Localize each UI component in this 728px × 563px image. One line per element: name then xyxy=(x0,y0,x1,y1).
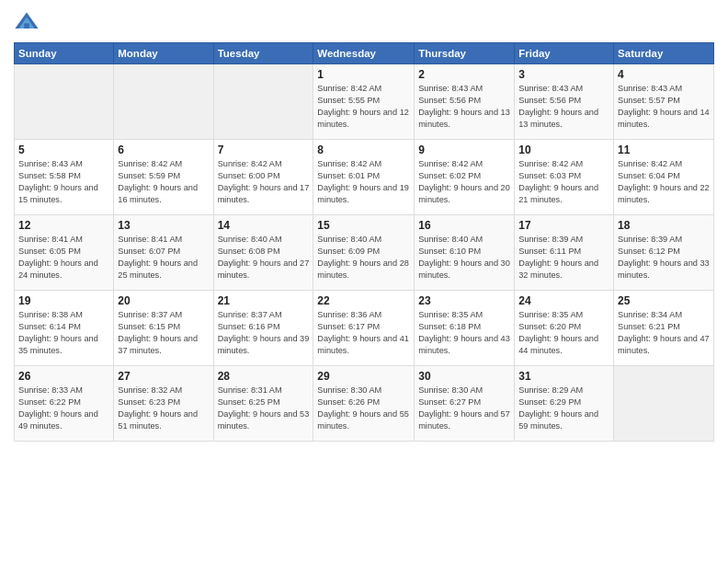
header xyxy=(14,9,714,35)
table-row: 7Sunrise: 8:42 AM Sunset: 6:00 PM Daylig… xyxy=(213,140,313,215)
day-number: 26 xyxy=(18,370,109,383)
calendar-week-row: 12Sunrise: 8:41 AM Sunset: 6:05 PM Dayli… xyxy=(15,215,714,291)
day-number: 5 xyxy=(18,144,109,156)
table-row: 28Sunrise: 8:31 AM Sunset: 6:25 PM Dayli… xyxy=(213,366,313,442)
table-row: 29Sunrise: 8:30 AM Sunset: 6:26 PM Dayli… xyxy=(313,366,415,442)
table-row xyxy=(614,366,714,442)
day-info: Sunrise: 8:43 AM Sunset: 5:58 PM Dayligh… xyxy=(18,158,109,206)
day-info: Sunrise: 8:35 AM Sunset: 6:18 PM Dayligh… xyxy=(418,309,510,357)
table-row: 18Sunrise: 8:39 AM Sunset: 6:12 PM Dayli… xyxy=(614,215,714,291)
table-row: 11Sunrise: 8:42 AM Sunset: 6:04 PM Dayli… xyxy=(614,140,714,215)
day-info: Sunrise: 8:33 AM Sunset: 6:22 PM Dayligh… xyxy=(18,385,109,432)
day-info: Sunrise: 8:29 AM Sunset: 6:29 PM Dayligh… xyxy=(518,385,609,432)
day-number: 24 xyxy=(518,294,609,307)
table-row: 22Sunrise: 8:36 AM Sunset: 6:17 PM Dayli… xyxy=(313,291,415,366)
calendar-header-row: Sunday Monday Tuesday Wednesday Thursday… xyxy=(15,43,714,64)
day-number: 6 xyxy=(118,144,209,156)
table-row: 2Sunrise: 8:43 AM Sunset: 5:56 PM Daylig… xyxy=(415,64,515,140)
day-info: Sunrise: 8:31 AM Sunset: 6:25 PM Dayligh… xyxy=(218,385,310,432)
day-number: 15 xyxy=(317,219,410,232)
table-row xyxy=(114,64,213,140)
table-row: 4Sunrise: 8:43 AM Sunset: 5:57 PM Daylig… xyxy=(614,64,714,140)
day-number: 4 xyxy=(618,68,710,81)
col-sunday: Sunday xyxy=(15,43,114,64)
calendar-week-row: 5Sunrise: 8:43 AM Sunset: 5:58 PM Daylig… xyxy=(15,140,714,215)
day-number: 23 xyxy=(418,294,510,307)
table-row xyxy=(15,64,114,140)
table-row: 14Sunrise: 8:40 AM Sunset: 6:08 PM Dayli… xyxy=(213,215,313,291)
day-info: Sunrise: 8:36 AM Sunset: 6:17 PM Dayligh… xyxy=(317,309,410,357)
day-number: 1 xyxy=(317,68,410,81)
day-number: 17 xyxy=(518,219,609,232)
table-row: 3Sunrise: 8:43 AM Sunset: 5:56 PM Daylig… xyxy=(515,64,614,140)
day-number: 16 xyxy=(418,219,510,232)
day-number: 30 xyxy=(418,370,510,383)
table-row: 9Sunrise: 8:42 AM Sunset: 6:02 PM Daylig… xyxy=(415,140,515,215)
svg-rect-2 xyxy=(24,23,29,29)
col-monday: Monday xyxy=(114,43,213,64)
day-info: Sunrise: 8:42 AM Sunset: 6:04 PM Dayligh… xyxy=(618,158,710,206)
day-info: Sunrise: 8:43 AM Sunset: 5:56 PM Dayligh… xyxy=(518,83,609,131)
day-info: Sunrise: 8:42 AM Sunset: 6:02 PM Dayligh… xyxy=(418,158,510,206)
day-number: 9 xyxy=(418,144,510,156)
day-number: 10 xyxy=(518,144,609,156)
day-info: Sunrise: 8:41 AM Sunset: 6:05 PM Dayligh… xyxy=(18,234,109,282)
calendar-week-row: 1Sunrise: 8:42 AM Sunset: 5:55 PM Daylig… xyxy=(15,64,714,140)
day-number: 22 xyxy=(317,294,410,307)
day-info: Sunrise: 8:40 AM Sunset: 6:09 PM Dayligh… xyxy=(317,234,410,282)
day-number: 27 xyxy=(118,370,209,383)
day-info: Sunrise: 8:43 AM Sunset: 5:56 PM Dayligh… xyxy=(418,83,510,131)
logo-icon xyxy=(14,9,40,35)
day-info: Sunrise: 8:42 AM Sunset: 6:01 PM Dayligh… xyxy=(317,158,410,206)
table-row: 23Sunrise: 8:35 AM Sunset: 6:18 PM Dayli… xyxy=(415,291,515,366)
day-number: 7 xyxy=(218,144,310,156)
day-info: Sunrise: 8:34 AM Sunset: 6:21 PM Dayligh… xyxy=(618,309,710,357)
table-row: 21Sunrise: 8:37 AM Sunset: 6:16 PM Dayli… xyxy=(213,291,313,366)
col-wednesday: Wednesday xyxy=(313,43,415,64)
day-info: Sunrise: 8:40 AM Sunset: 6:10 PM Dayligh… xyxy=(418,234,510,282)
day-info: Sunrise: 8:30 AM Sunset: 6:27 PM Dayligh… xyxy=(418,385,510,432)
day-number: 2 xyxy=(418,68,510,81)
day-info: Sunrise: 8:35 AM Sunset: 6:20 PM Dayligh… xyxy=(518,309,609,357)
day-number: 3 xyxy=(518,68,609,81)
table-row: 25Sunrise: 8:34 AM Sunset: 6:21 PM Dayli… xyxy=(614,291,714,366)
table-row: 13Sunrise: 8:41 AM Sunset: 6:07 PM Dayli… xyxy=(114,215,213,291)
table-row: 12Sunrise: 8:41 AM Sunset: 6:05 PM Dayli… xyxy=(15,215,114,291)
col-saturday: Saturday xyxy=(614,43,714,64)
table-row: 16Sunrise: 8:40 AM Sunset: 6:10 PM Dayli… xyxy=(415,215,515,291)
col-thursday: Thursday xyxy=(415,43,515,64)
table-row: 15Sunrise: 8:40 AM Sunset: 6:09 PM Dayli… xyxy=(313,215,415,291)
calendar-week-row: 19Sunrise: 8:38 AM Sunset: 6:14 PM Dayli… xyxy=(15,291,714,366)
table-row: 26Sunrise: 8:33 AM Sunset: 6:22 PM Dayli… xyxy=(15,366,114,442)
day-info: Sunrise: 8:42 AM Sunset: 5:59 PM Dayligh… xyxy=(118,158,209,206)
day-number: 19 xyxy=(18,294,109,307)
day-info: Sunrise: 8:42 AM Sunset: 5:55 PM Dayligh… xyxy=(317,83,410,131)
day-info: Sunrise: 8:42 AM Sunset: 6:03 PM Dayligh… xyxy=(518,158,609,206)
day-info: Sunrise: 8:37 AM Sunset: 6:16 PM Dayligh… xyxy=(218,309,310,357)
table-row: 10Sunrise: 8:42 AM Sunset: 6:03 PM Dayli… xyxy=(515,140,614,215)
day-number: 29 xyxy=(317,370,410,383)
page: Sunday Monday Tuesday Wednesday Thursday… xyxy=(0,0,728,563)
day-number: 31 xyxy=(518,370,609,383)
table-row: 6Sunrise: 8:42 AM Sunset: 5:59 PM Daylig… xyxy=(114,140,213,215)
day-info: Sunrise: 8:37 AM Sunset: 6:15 PM Dayligh… xyxy=(118,309,209,357)
calendar-week-row: 26Sunrise: 8:33 AM Sunset: 6:22 PM Dayli… xyxy=(15,366,714,442)
table-row: 31Sunrise: 8:29 AM Sunset: 6:29 PM Dayli… xyxy=(515,366,614,442)
col-tuesday: Tuesday xyxy=(213,43,313,64)
table-row: 20Sunrise: 8:37 AM Sunset: 6:15 PM Dayli… xyxy=(114,291,213,366)
table-row: 1Sunrise: 8:42 AM Sunset: 5:55 PM Daylig… xyxy=(313,64,415,140)
day-number: 28 xyxy=(218,370,310,383)
day-info: Sunrise: 8:39 AM Sunset: 6:12 PM Dayligh… xyxy=(618,234,710,282)
table-row: 24Sunrise: 8:35 AM Sunset: 6:20 PM Dayli… xyxy=(515,291,614,366)
logo xyxy=(14,9,43,35)
day-info: Sunrise: 8:38 AM Sunset: 6:14 PM Dayligh… xyxy=(18,309,109,357)
day-info: Sunrise: 8:41 AM Sunset: 6:07 PM Dayligh… xyxy=(118,234,209,282)
day-info: Sunrise: 8:30 AM Sunset: 6:26 PM Dayligh… xyxy=(317,385,410,432)
day-number: 18 xyxy=(618,219,710,232)
col-friday: Friday xyxy=(515,43,614,64)
calendar: Sunday Monday Tuesday Wednesday Thursday… xyxy=(14,42,714,442)
day-info: Sunrise: 8:39 AM Sunset: 6:11 PM Dayligh… xyxy=(518,234,609,282)
day-info: Sunrise: 8:43 AM Sunset: 5:57 PM Dayligh… xyxy=(618,83,710,131)
table-row: 5Sunrise: 8:43 AM Sunset: 5:58 PM Daylig… xyxy=(15,140,114,215)
day-number: 25 xyxy=(618,294,710,307)
